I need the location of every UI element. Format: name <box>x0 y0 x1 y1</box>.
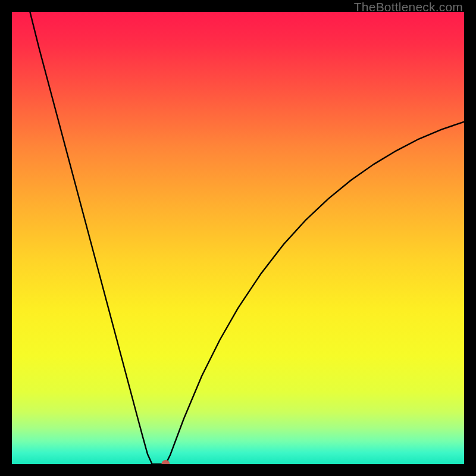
gradient-bg <box>12 12 464 464</box>
chart-frame <box>12 12 464 464</box>
watermark-text: TheBottleneck.com <box>354 0 463 14</box>
bottleneck-plot <box>12 12 464 464</box>
